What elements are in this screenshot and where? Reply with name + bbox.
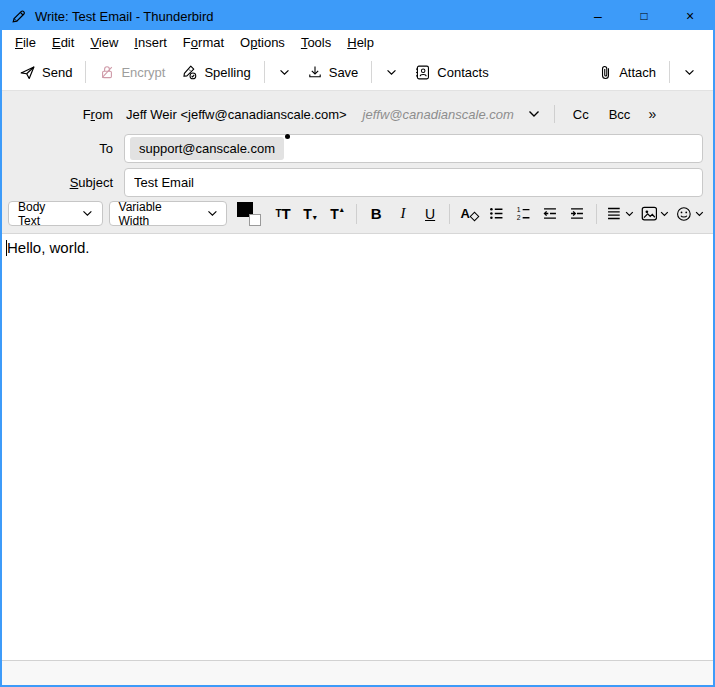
from-identity-hint: jeffw@canadianscale.com [363,107,514,122]
menu-edit[interactable]: Edit [44,33,82,52]
menu-bar: File Edit View Insert Format Options Too… [2,30,713,54]
down-triangle-icon: ▾ [313,213,317,222]
subject-field-box [124,168,703,197]
save-label: Save [329,65,359,80]
align-icon [606,206,622,221]
numbered-list-button[interactable]: 12 [510,201,536,226]
outdent-button[interactable] [537,201,563,226]
svg-text:1: 1 [516,206,520,213]
send-icon [19,64,36,81]
toolbar-separator [371,61,372,83]
spelling-dropdown-button[interactable] [270,63,299,82]
menu-format[interactable]: Format [175,33,232,52]
maximize-icon: □ [640,9,647,23]
to-row: To support@canscale.com [2,132,713,164]
maximize-button[interactable]: □ [621,2,667,30]
decrease-font-size-button[interactable]: T▾ [297,201,323,226]
font-size-button[interactable]: TT [270,201,296,226]
menu-help[interactable]: Help [339,33,382,52]
to-label: To [2,141,124,156]
spelling-button[interactable]: Spelling [173,58,258,87]
compose-toolbar: Send Encrypt Spelling Save Contacts [2,54,713,91]
chevron-down-icon [386,69,397,76]
close-button[interactable]: × [667,2,713,30]
toolbar-separator [669,61,670,83]
chevron-down-icon [684,69,695,76]
subject-input[interactable] [130,175,697,190]
bullet-list-icon [488,205,505,222]
font-value: Variable Width [119,200,195,228]
minimize-button[interactable]: – [575,2,621,30]
image-icon [641,206,658,221]
insert-image-dropdown-button[interactable] [638,201,673,226]
smiley-icon [676,206,692,222]
bullet-list-button[interactable] [483,201,509,226]
text-color-picker[interactable] [237,202,261,226]
compose-window: Write: Test Email - Thunderbird – □ × Fi… [0,0,715,687]
message-headers: From Jeff Weir <jeffw@canadianscale.com>… [2,91,713,198]
send-button[interactable]: Send [11,58,80,87]
bcc-button[interactable]: Bcc [599,103,641,126]
from-label: From [2,107,124,122]
format-separator [356,204,357,224]
attach-label: Attach [619,65,656,80]
recipient-address: support@canscale.com [139,141,275,156]
alignment-dropdown-button[interactable] [603,201,637,226]
subject-row: Subject [2,166,713,198]
from-row: From Jeff Weir <jeffw@canadianscale.com>… [2,98,713,130]
status-bar [2,660,713,685]
chevron-down-icon [279,69,290,76]
up-triangle-icon: ▴ [340,205,344,214]
message-body-editor[interactable]: Hello, world. [2,233,713,660]
spellcheck-icon [181,64,198,81]
paragraph-style-value: Body Text [18,200,70,228]
menu-options[interactable]: Options [232,33,293,52]
indent-button[interactable] [564,201,590,226]
save-dropdown-button[interactable] [377,63,406,82]
chevron-down-icon [625,211,634,217]
menu-file[interactable]: File [7,33,44,52]
chevron-down-icon [660,211,669,217]
window-controls: – □ × [575,2,713,30]
spelling-label: Spelling [204,65,250,80]
pencil-icon [11,9,26,24]
paragraph-style-select[interactable]: Body Text [8,201,103,226]
pill-dot [285,134,290,139]
toolbar-separator [264,61,265,83]
save-icon [307,64,323,80]
menu-insert[interactable]: Insert [126,33,175,52]
from-identity-dropdown[interactable]: Jeff Weir <jeffw@canadianscale.com> jeff… [124,103,542,126]
bold-button[interactable]: B [363,201,389,226]
menu-tools[interactable]: Tools [293,33,339,52]
format-separator [596,204,597,224]
window-title: Write: Test Email - Thunderbird [35,9,213,24]
chevron-down-icon [207,210,218,217]
cc-button[interactable]: Cc [563,103,599,126]
address-book-icon [414,64,431,81]
chevron-down-icon [82,210,93,217]
title-bar: Write: Test Email - Thunderbird – □ × [2,2,713,30]
underline-button[interactable]: U [417,201,443,226]
more-recipients-button[interactable]: » [640,102,664,126]
attach-dropdown-button[interactable] [675,63,704,82]
eraser-icon [469,212,479,222]
attach-button[interactable]: Attach [590,58,664,87]
svg-text:2: 2 [516,214,520,221]
save-button[interactable]: Save [299,58,367,86]
remove-text-styling-button[interactable]: A [456,201,482,226]
body-text: Hello, world. [7,239,90,256]
to-field[interactable]: support@canscale.com [124,134,703,163]
send-label: Send [42,65,72,80]
encrypt-button: Encrypt [91,58,173,86]
paperclip-icon [598,64,613,81]
font-select[interactable]: Variable Width [109,201,228,226]
recipient-pill[interactable]: support@canscale.com [130,137,284,160]
lock-icon [99,64,115,80]
increase-font-size-button[interactable]: T▴ [324,201,350,226]
chevron-down-icon [695,211,704,217]
contacts-button[interactable]: Contacts [406,58,496,87]
italic-button[interactable]: I [390,201,416,226]
menu-view[interactable]: View [82,33,126,52]
contacts-label: Contacts [437,65,488,80]
insert-smiley-dropdown-button[interactable] [673,201,707,226]
